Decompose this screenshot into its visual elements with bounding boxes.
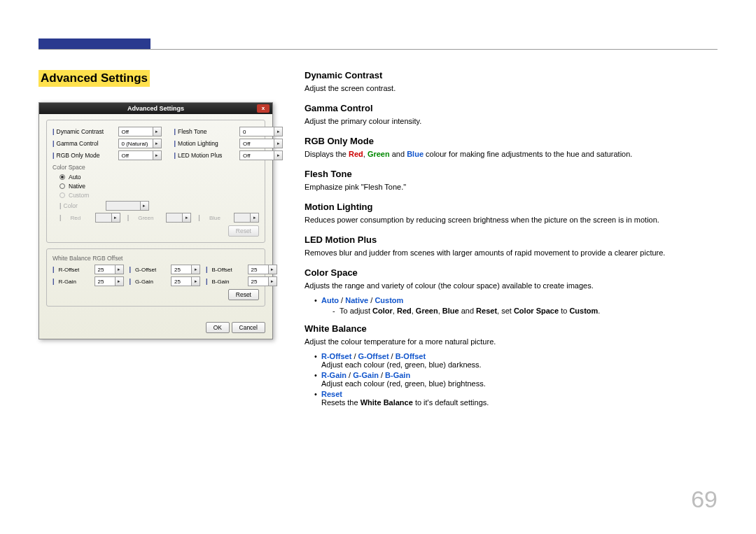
color-space-subnote: To adjust Color, Red, Green, Blue and Re… bbox=[332, 307, 718, 315]
desc-rgb-only-mode: Displays the Red, Green and Blue colour … bbox=[304, 149, 718, 160]
flesh-tone-label: Flesh Tone bbox=[178, 128, 239, 135]
wb-reset-item: Reset Resets the White Balance to it's d… bbox=[314, 390, 718, 407]
dynamic-contrast-combo[interactable]: Off▸ bbox=[118, 127, 162, 136]
cancel-button[interactable]: Cancel bbox=[232, 322, 265, 333]
desc-dynamic-contrast: Adjust the screen contrast. bbox=[304, 83, 718, 94]
chevron-down-icon: ▸ bbox=[268, 265, 276, 274]
chevron-down-icon: ▸ bbox=[274, 127, 282, 136]
chevron-down-icon: ▸ bbox=[274, 151, 282, 160]
led-motion-plus-label: LED Motion Plus bbox=[178, 152, 239, 159]
cs-reset-button: Reset bbox=[228, 225, 259, 237]
chevron-down-icon: ▸ bbox=[191, 277, 200, 286]
chevron-down-icon: ▸ bbox=[268, 277, 276, 286]
color-space-custom-radio[interactable]: Custom bbox=[59, 192, 259, 199]
ok-button[interactable]: OK bbox=[206, 322, 230, 333]
chevron-down-icon: ▸ bbox=[250, 213, 258, 222]
g-offset-combo[interactable]: 25▸ bbox=[171, 265, 200, 274]
close-icon[interactable]: x bbox=[257, 104, 270, 113]
color-space-group-label: Color Space bbox=[52, 164, 259, 171]
heading-dynamic-contrast: Dynamic Contrast bbox=[304, 70, 718, 80]
g-gain-label: G-Gain bbox=[135, 279, 169, 285]
cs-green-combo: ▸ bbox=[166, 213, 191, 223]
chevron-down-icon: ▸ bbox=[274, 139, 282, 148]
chevron-down-icon: ▸ bbox=[153, 139, 161, 148]
chevron-down-icon: ▸ bbox=[115, 277, 123, 286]
chevron-down-icon: ▸ bbox=[153, 127, 161, 136]
heading-color-space: Color Space bbox=[304, 267, 718, 278]
desc-flesh-tone: Emphasize pink "Flesh Tone." bbox=[304, 182, 718, 193]
g-gain-combo[interactable]: 25▸ bbox=[171, 276, 200, 286]
wb-group-label: White Balance RGB Offset bbox=[52, 255, 259, 262]
header-rule bbox=[38, 49, 718, 50]
desc-gamma-control: Adjust the primary colour intensity. bbox=[304, 116, 718, 127]
white-balance-fieldgroup: White Balance RGB Offset |R-Offset25▸ |G… bbox=[46, 248, 265, 307]
r-offset-combo[interactable]: 25▸ bbox=[94, 265, 124, 274]
dialog-titlebar: Advanced Settings x bbox=[39, 103, 272, 114]
dynamic-contrast-label: Dynamic Contrast bbox=[57, 128, 118, 135]
advanced-settings-dialog: Advanced Settings x |Dynamic Contrast Of… bbox=[38, 102, 273, 339]
desc-led-motion-plus: Removes blur and judder from scenes with… bbox=[304, 248, 718, 259]
cs-blue-combo: ▸ bbox=[234, 213, 259, 223]
wb-reset-button[interactable]: Reset bbox=[228, 289, 259, 300]
header-accent bbox=[38, 38, 150, 49]
b-gain-label: B-Gain bbox=[212, 279, 246, 285]
chevron-down-icon: ▸ bbox=[182, 213, 190, 222]
led-motion-plus-combo[interactable]: Off▸ bbox=[239, 150, 283, 160]
b-gain-combo[interactable]: 25▸ bbox=[248, 276, 277, 286]
r-gain-label: R-Gain bbox=[59, 279, 92, 285]
b-offset-combo[interactable]: 25▸ bbox=[248, 265, 277, 274]
b-offset-label: B-Offset bbox=[212, 267, 246, 273]
heading-rgb-only-mode: RGB Only Mode bbox=[304, 136, 718, 146]
cs-color-label: Color bbox=[64, 202, 106, 209]
top-fieldgroup: |Dynamic Contrast Off▸ |Gamma Control 0 … bbox=[46, 120, 265, 243]
heading-led-motion-plus: LED Motion Plus bbox=[304, 234, 718, 245]
color-space-auto-radio[interactable]: Auto bbox=[59, 174, 259, 181]
motion-lighting-label: Motion Lighting bbox=[178, 140, 239, 147]
r-offset-label: R-Offset bbox=[59, 267, 92, 273]
wb-offset-item: R-Offset / G-Offset / B-Offset Adjust ea… bbox=[314, 352, 718, 369]
rgb-only-mode-label: RGB Only Mode bbox=[57, 152, 118, 159]
heading-motion-lighting: Motion Lighting bbox=[304, 202, 718, 212]
dialog-title: Advanced Settings bbox=[127, 105, 184, 112]
cs-green-label: Green bbox=[138, 215, 159, 221]
heading-gamma-control: Gamma Control bbox=[304, 103, 718, 113]
heading-white-balance: White Balance bbox=[304, 323, 718, 334]
desc-white-balance: Adjust the colour temperature for a more… bbox=[304, 337, 718, 348]
cs-red-combo: ▸ bbox=[95, 213, 120, 223]
motion-lighting-combo[interactable]: Off▸ bbox=[239, 139, 283, 148]
wb-gain-item: R-Gain / G-Gain / B-Gain Adjust each col… bbox=[314, 371, 718, 388]
flesh-tone-combo[interactable]: 0▸ bbox=[239, 127, 283, 136]
chevron-down-icon: ▸ bbox=[115, 265, 123, 274]
g-offset-label: G-Offset bbox=[135, 267, 169, 273]
section-title: Advanced Settings bbox=[38, 70, 150, 87]
cs-color-combo: ▸ bbox=[106, 201, 149, 211]
desc-motion-lighting: Reduces power consumption by reducing sc… bbox=[304, 215, 718, 226]
chevron-down-icon: ▸ bbox=[153, 151, 161, 160]
rgb-only-mode-combo[interactable]: Off▸ bbox=[118, 150, 162, 160]
cs-red-label: Red bbox=[71, 215, 88, 221]
r-gain-combo[interactable]: 25▸ bbox=[94, 276, 124, 286]
heading-flesh-tone: Flesh Tone bbox=[304, 169, 718, 179]
cs-blue-label: Blue bbox=[209, 215, 227, 221]
desc-color-space: Adjusts the range and variety of colour … bbox=[304, 281, 718, 292]
color-space-options: Auto / Native / Custom To adjust Color, … bbox=[314, 296, 718, 315]
page-number: 69 bbox=[691, 486, 718, 513]
chevron-down-icon: ▸ bbox=[191, 265, 200, 274]
gamma-control-combo[interactable]: 0 (Natural)▸ bbox=[118, 139, 162, 148]
chevron-down-icon: ▸ bbox=[140, 202, 148, 210]
color-space-native-radio[interactable]: Native bbox=[59, 183, 259, 190]
chevron-down-icon: ▸ bbox=[111, 213, 120, 222]
gamma-control-label: Gamma Control bbox=[57, 140, 118, 147]
